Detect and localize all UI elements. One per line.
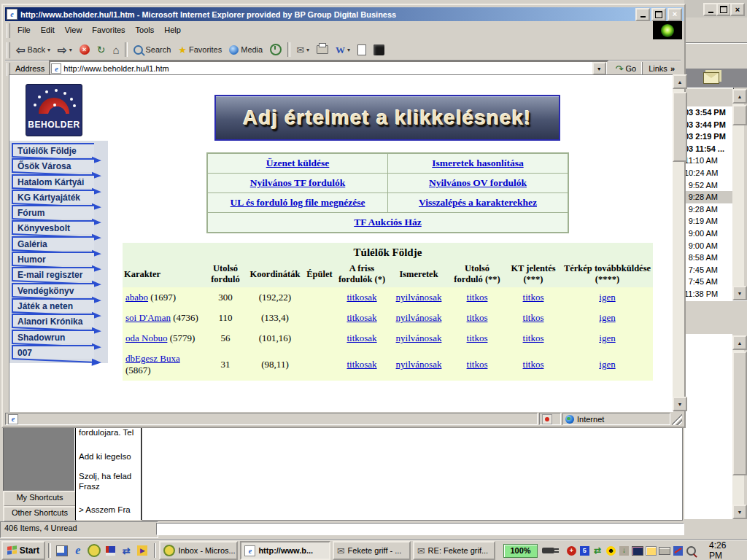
menu-edit[interactable]: Edit xyxy=(36,23,60,36)
forward-button[interactable]: ⇨▾ xyxy=(54,41,76,58)
battery-meter[interactable]: 100% xyxy=(503,544,537,558)
tray-pen-icon[interactable] xyxy=(673,545,684,556)
edit-dropdown-icon[interactable]: ▾ xyxy=(347,47,350,53)
knowledge-link[interactable]: nyilvánosak xyxy=(396,332,442,343)
outlook-minimize-button[interactable] xyxy=(703,3,718,16)
floppy-save-icon[interactable] xyxy=(103,543,117,558)
sidebar-item-humor[interactable]: Humor xyxy=(12,252,108,265)
message-time[interactable]: 9:00 AM xyxy=(684,240,732,252)
menu-favorites[interactable]: Favorites xyxy=(87,23,130,36)
link-visszalepes[interactable]: Visszalépés a karakterekhez xyxy=(419,197,537,208)
character-link[interactable]: soi D'Aman xyxy=(125,312,171,323)
start-button[interactable]: Start xyxy=(1,541,45,560)
back-button[interactable]: ⇦Back▾ xyxy=(12,41,54,58)
outlook-restore-button[interactable] xyxy=(716,3,731,16)
outlook-icon[interactable] xyxy=(87,543,101,558)
map-forward-link[interactable]: igen xyxy=(599,332,615,343)
sync-icon[interactable]: ⇄ xyxy=(119,543,133,558)
message-time[interactable]: 03 11:54 ... xyxy=(684,143,732,155)
mail-button[interactable]: ✉▾ xyxy=(293,41,313,58)
sidebar-item-tulelok-foldje[interactable]: Túlélők Földje xyxy=(12,143,108,157)
maximize-button[interactable] xyxy=(651,8,666,21)
message-time[interactable]: 9:28 AM xyxy=(684,203,732,216)
link-nyilvanos-ov-fordulok[interactable]: Nyilvános OV fordulók xyxy=(429,177,527,188)
show-desktop-icon[interactable] xyxy=(55,543,69,558)
map-forward-link[interactable]: igen xyxy=(599,359,615,370)
menu-tools[interactable]: Tools xyxy=(131,23,160,36)
fresh-rounds-link[interactable]: titkosak xyxy=(347,292,376,303)
beholder-logo[interactable]: BEHOLDER xyxy=(26,84,82,136)
task-mail-2[interactable]: ✉ RE: Fekete grif... xyxy=(413,541,496,560)
link-nyilvanos-tf-fordulok[interactable]: Nyilvános TF fordulók xyxy=(250,177,346,188)
scroll-up-icon[interactable]: ▲ xyxy=(732,89,747,104)
tray-magnifier-icon[interactable] xyxy=(686,545,697,556)
sidebar-item-shadowrun[interactable]: Shadowrun xyxy=(12,330,108,343)
tray-msn-icon[interactable]: ☻ xyxy=(605,545,616,556)
message-time[interactable]: 03 3:54 PM xyxy=(684,106,732,119)
character-link[interactable]: ababo xyxy=(125,292,148,303)
other-shortcuts-button[interactable]: Other Shortcuts xyxy=(3,506,77,522)
home-button[interactable]: ⌂ xyxy=(109,41,123,58)
back-dropdown-icon[interactable]: ▾ xyxy=(47,47,50,53)
my-shortcuts-button[interactable]: My Shortcuts xyxy=(3,491,77,507)
scroll-down-icon[interactable]: ▼ xyxy=(732,505,747,519)
links-button[interactable]: Links» xyxy=(642,62,681,75)
knowledge-link[interactable]: nyilvánosak xyxy=(396,359,442,370)
message-time[interactable]: 11:38 PM xyxy=(684,288,732,300)
search-button[interactable]: Search xyxy=(130,41,174,58)
banner-ad[interactable]: Adj értelmet a klikkelésnek! xyxy=(214,95,560,141)
menu-help[interactable]: Help xyxy=(159,23,186,36)
message-time[interactable]: 9:19 AM xyxy=(684,215,732,228)
ie-titlebar[interactable]: e http://www.beholder.hu/l1.htm - Micros… xyxy=(5,7,684,21)
outlook-close-button[interactable]: × xyxy=(730,3,745,16)
outlook-message-column[interactable]: fordulojara. Tel Add ki legelso Szolj, h… xyxy=(75,425,142,520)
message-time-selected[interactable]: 9:28 AM xyxy=(684,191,732,203)
message-time[interactable]: 9:00 AM xyxy=(684,228,732,240)
discuss-button[interactable] xyxy=(354,41,370,58)
sidebar-item-vendegkonyv[interactable]: Vendégkönyv xyxy=(12,283,108,297)
scroll-down-icon[interactable]: ▼ xyxy=(673,397,687,411)
outlook-list-header[interactable] xyxy=(684,88,734,108)
sidebar-item-jatek-a-neten[interactable]: Játék a neten xyxy=(12,298,108,312)
last-round-link[interactable]: titkos xyxy=(467,292,488,303)
sidebar-item-alanori-kronika[interactable]: Alanori Krónika xyxy=(12,314,108,327)
tray-messenger5-icon[interactable]: 5 xyxy=(579,545,590,556)
tray-antivirus-icon[interactable]: + xyxy=(566,545,577,556)
kt-report-link[interactable]: titkos xyxy=(523,292,544,303)
task-mail-1[interactable]: ✉ Fekete griff - ... xyxy=(333,541,411,560)
browser-scrollbar[interactable]: ▲ ▼ xyxy=(673,74,684,411)
sidebar-item-hatalom-kartyai[interactable]: Hatalom Kártyái xyxy=(12,174,108,188)
fresh-rounds-link[interactable]: titkosak xyxy=(347,312,376,323)
menu-file[interactable]: File xyxy=(12,23,36,36)
task-inbox[interactable]: Inbox - Micros... xyxy=(159,541,238,560)
history-button[interactable] xyxy=(266,41,285,58)
mail-dropdown-icon[interactable]: ▾ xyxy=(306,47,309,53)
forward-dropdown-icon[interactable]: ▾ xyxy=(69,47,72,53)
taskbar-clock[interactable]: 4:26 PM xyxy=(709,540,740,560)
favorites-button[interactable]: ★Favorites xyxy=(174,41,225,58)
last-round-link[interactable]: titkos xyxy=(467,359,488,370)
tray-printer-icon[interactable] xyxy=(659,545,670,556)
message-time[interactable]: 7:45 AM xyxy=(684,276,732,288)
tray-scheduler-icon[interactable] xyxy=(646,545,657,556)
message-time[interactable]: 9:52 AM xyxy=(684,179,732,192)
map-forward-link[interactable]: igen xyxy=(599,292,615,303)
print-button[interactable] xyxy=(313,41,332,58)
toolbar-grip[interactable] xyxy=(7,42,10,58)
outlook-message-list[interactable]: 03 3:54 PM 03 3:44 PM 03 2:19 PM 03 11:5… xyxy=(684,106,732,300)
message-time[interactable]: 03 3:44 PM xyxy=(684,119,732,131)
scroll-up-icon[interactable]: ▲ xyxy=(673,74,687,89)
map-forward-link[interactable]: igen xyxy=(599,312,615,323)
go-button[interactable]: ↷Go xyxy=(610,61,643,76)
media-player-icon[interactable]: ▶ xyxy=(135,543,150,558)
kt-report-link[interactable]: titkos xyxy=(523,312,544,323)
sidebar-item-konyvesbolt[interactable]: Könyvesbolt xyxy=(12,220,108,234)
address-dropdown-icon[interactable]: ▼ xyxy=(592,62,606,75)
close-button[interactable]: × xyxy=(667,8,682,21)
message-time[interactable]: 7:45 AM xyxy=(684,264,732,276)
character-link[interactable]: dbEgesz Buxa xyxy=(125,353,180,364)
knowledge-link[interactable]: nyilvánosak xyxy=(396,292,442,303)
sidebar-item-email-regiszter[interactable]: E-mail regiszter xyxy=(12,267,108,281)
toolbar-grip[interactable] xyxy=(7,23,10,37)
sidebar-item-osok-varosa[interactable]: Ősök Városa xyxy=(12,158,108,172)
